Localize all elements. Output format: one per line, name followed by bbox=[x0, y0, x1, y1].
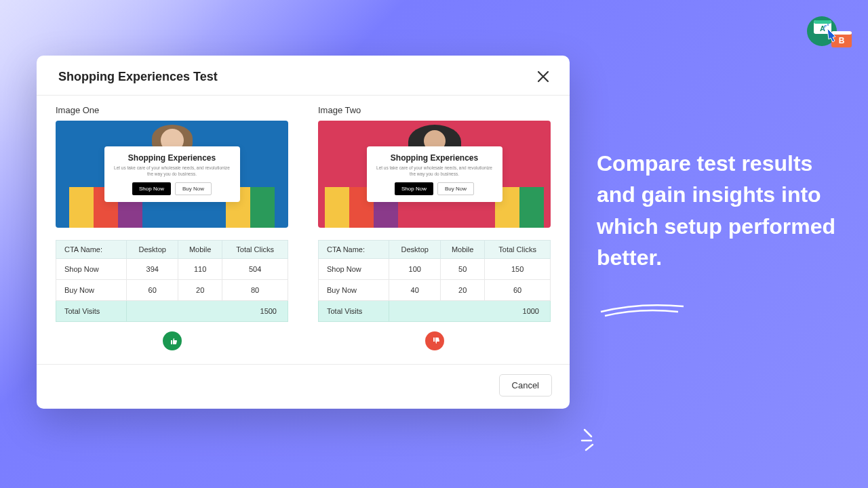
total-cell: 80 bbox=[222, 280, 288, 301]
thumbs-up-icon bbox=[56, 331, 288, 350]
buy-now-button[interactable]: Buy Now bbox=[437, 182, 474, 195]
total-visits-row: Total Visits1000 bbox=[319, 301, 551, 322]
desktop-cell: 60 bbox=[127, 280, 178, 301]
close-icon[interactable] bbox=[534, 68, 552, 85]
variant-label: Image One bbox=[56, 105, 288, 115]
variant-label: Image Two bbox=[318, 105, 551, 115]
cancel-button[interactable]: Cancel bbox=[499, 374, 552, 396]
svg-rect-2 bbox=[814, 20, 831, 24]
mobile-cell: 110 bbox=[178, 259, 222, 280]
desktop-cell: 394 bbox=[127, 259, 178, 280]
th-desktop: Desktop bbox=[389, 241, 441, 259]
sparkle-decoration bbox=[580, 426, 608, 453]
variant-banner: Shopping ExperiencesLet us take care of … bbox=[56, 121, 288, 228]
desktop-cell: 40 bbox=[389, 280, 441, 301]
banner-card-subtitle: Let us take care of your wholesale needs… bbox=[376, 165, 493, 177]
visits-value: 1000 bbox=[389, 301, 551, 322]
shop-now-button[interactable]: Shop Now bbox=[395, 182, 433, 195]
promo-headline: Compare test results and gain insights i… bbox=[597, 148, 848, 274]
th-cta: CTA Name: bbox=[56, 241, 127, 259]
underline-decoration bbox=[598, 300, 686, 320]
mobile-cell: 20 bbox=[178, 280, 222, 301]
results-modal: Shopping Experiences Test Image OneShopp… bbox=[37, 56, 570, 409]
desktop-cell: 100 bbox=[389, 259, 441, 280]
variant-banner: Shopping ExperiencesLet us take care of … bbox=[318, 121, 551, 228]
svg-text:A: A bbox=[820, 24, 825, 33]
svg-rect-5 bbox=[831, 31, 852, 35]
results-table: CTA Name:DesktopMobileTotal ClicksShop N… bbox=[318, 240, 551, 322]
banner-card: Shopping ExperiencesLet us take care of … bbox=[367, 146, 502, 202]
cta-cell: Shop Now bbox=[56, 259, 127, 280]
buy-now-button[interactable]: Buy Now bbox=[175, 182, 212, 195]
total-cell: 150 bbox=[485, 259, 551, 280]
total-cell: 504 bbox=[222, 259, 288, 280]
cta-cell: Buy Now bbox=[319, 280, 389, 301]
mobile-cell: 50 bbox=[441, 259, 485, 280]
table-row: Shop Now10050150 bbox=[319, 259, 551, 280]
ab-test-logo: A B bbox=[807, 14, 854, 53]
visits-value: 1500 bbox=[127, 301, 288, 322]
thumbs-down-icon bbox=[318, 331, 551, 350]
total-visits-row: Total Visits1500 bbox=[56, 301, 288, 322]
banner-card-title: Shopping Experiences bbox=[376, 153, 493, 163]
banner-card-title: Shopping Experiences bbox=[114, 153, 231, 163]
th-cta: CTA Name: bbox=[319, 241, 389, 259]
svg-text:B: B bbox=[839, 36, 845, 45]
modal-footer: Cancel bbox=[37, 364, 570, 409]
results-table: CTA Name:DesktopMobileTotal ClicksShop N… bbox=[56, 240, 288, 322]
th-desktop: Desktop bbox=[127, 241, 178, 259]
shop-now-button[interactable]: Shop Now bbox=[132, 182, 171, 195]
total-cell: 60 bbox=[485, 280, 551, 301]
modal-title: Shopping Experiences Test bbox=[58, 70, 218, 84]
th-total: Total Clicks bbox=[485, 241, 551, 259]
variant-column: Image OneShopping ExperiencesLet us take… bbox=[56, 105, 288, 350]
visits-label: Total Visits bbox=[56, 301, 127, 322]
cta-cell: Buy Now bbox=[56, 280, 127, 301]
banner-card: Shopping ExperiencesLet us take care of … bbox=[104, 146, 240, 202]
variant-column: Image TwoShopping ExperiencesLet us take… bbox=[318, 105, 551, 350]
modal-header: Shopping Experiences Test bbox=[37, 56, 570, 96]
table-row: Buy Now402060 bbox=[319, 280, 551, 301]
th-mobile: Mobile bbox=[178, 241, 222, 259]
mobile-cell: 20 bbox=[441, 280, 485, 301]
th-mobile: Mobile bbox=[441, 241, 485, 259]
banner-card-subtitle: Let us take care of your wholesale needs… bbox=[114, 165, 231, 177]
cta-cell: Shop Now bbox=[319, 259, 389, 280]
th-total: Total Clicks bbox=[222, 241, 288, 259]
table-row: Buy Now602080 bbox=[56, 280, 288, 301]
visits-label: Total Visits bbox=[319, 301, 389, 322]
table-row: Shop Now394110504 bbox=[56, 259, 288, 280]
